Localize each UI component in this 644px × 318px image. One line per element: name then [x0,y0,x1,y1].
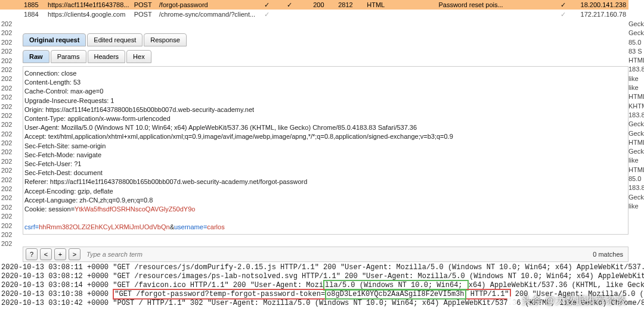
crop-frag: 202 [0,176,22,185]
crop-frag: 202 [0,213,22,222]
crop-frag: 202 [0,139,22,148]
header-line: Sec-Fetch-Dest: document [24,169,627,177]
crop-frag: like [628,157,644,166]
next-button[interactable]: > [69,248,80,260]
param-name: username= [174,223,207,230]
crop-frag: 202 [0,112,22,121]
log-line-highlighted: 2020-10-13 03:10:38 +0000 "GET /forgot-p… [0,290,644,299]
tabs-request: Original request Edited request Response [23,33,644,46]
crop-frag: 183.8 [628,184,644,193]
header-line: Accept-Encoding: gzip, deflate [24,187,627,196]
header-line: Content-Length: 53 [24,78,627,87]
crop-frag: 202 [0,66,22,75]
log-frag: 2020-10-13 03:10:38 +0000 [1,290,113,298]
header-line: Cache-Control: max-age=0 [24,87,627,96]
tab-edited-request[interactable]: Edited request [87,33,143,46]
header-line: Referer: https://acf11f4e1f164378800b165… [24,177,627,186]
crop-frag: 202 [0,204,22,213]
crop-frag: KHTML [628,102,644,111]
ampersand: & [170,223,174,230]
crop-frag: 202 [0,185,22,194]
crop-frag: HTML, [628,166,644,175]
crop-frag: Geck [628,194,644,202]
match-count: 0 matches [593,251,626,258]
req-path: /forgot-password [157,0,262,10]
crop-frag: 202 [0,148,22,157]
request-row-selected[interactable]: 1885 https://acf11f4e1f1643788... POST /… [0,0,628,10]
crop-frag: Geck [628,148,644,157]
crop-frag: 202 [0,158,22,167]
header-line: Upgrade-Insecure-Requests: 1 [24,96,627,105]
request-table: 1885 https://acf11f4e1f1643788... POST /… [0,0,628,19]
add-button[interactable]: + [54,248,66,260]
tab-headers[interactable]: Headers [88,50,126,63]
crop-frag: like [628,75,644,84]
help-button[interactable]: ? [26,248,38,260]
crop-frag: 202 [0,194,22,203]
crop-frag: 183.8 [628,111,644,120]
crop-frag: 85.0 [628,39,644,48]
log-frag: x64) AppleWebKit/537.36 (KHTML, like Gec… [469,281,644,289]
header-line: Sec-Fetch-User: ?1 [24,160,627,169]
crop-frag: Geck [628,130,644,139]
crop-frag: Geck [628,20,644,29]
crop-frag: 202 [0,231,22,240]
param-value: carlos [207,223,224,230]
log-line: 2020-10-13 03:08:12 +0000 "GET /resource… [0,272,644,281]
crop-frag: HTML, [628,139,644,148]
cookie-line: Cookie: session=YtkWa5fhsdfOSRHNscoQAVGl… [24,205,627,214]
param-value: hhRmm382OLZi2EhKCyLXRMiJmUOdVbQn [39,223,169,230]
header-line: Sec-Fetch-Mode: navigate [24,151,627,160]
crop-frag: 202 [0,75,22,84]
tab-params[interactable]: Params [51,50,86,63]
tab-response[interactable]: Response [144,33,187,46]
check-icon: ✓ [284,0,311,10]
crop-frag: 85.0 [628,175,644,184]
crop-frag: 202 [0,57,22,66]
header-line: User-Agent: Mozilla/5.0 (Windows NT 10.0… [24,123,627,132]
req-status: 200 [311,0,336,10]
req-method: POST [132,0,157,10]
raw-request-body[interactable]: Connection: close Content-Length: 53 Cac… [23,66,628,235]
crop-frag: 202 [0,240,22,249]
log-line: 2020-10-13 03:10:42 +0000 "POST / HTTP/1… [0,299,644,308]
req-path: /chrome-sync/command/?client... [157,10,262,19]
right-cropped-column: Geck Geck 85.0 83 S HTML, 183.8 like lik… [628,20,644,211]
crop-frag: Geck [628,29,644,38]
request-row[interactable]: 1884 https://clients4.google.com POST /c… [0,10,628,19]
req-host: https://acf11f4e1f1643788... [45,0,132,10]
header-line: Sec-Fetch-Site: same-origin [24,142,627,151]
req-ip: 172.217.160.78 [572,10,628,19]
req-mime: HTML [364,0,436,10]
search-input[interactable] [83,248,590,260]
cookie-label: Cookie: session= [24,205,75,213]
crop-frag: 202 [0,167,22,176]
tab-hex[interactable]: Hex [126,50,151,63]
check-icon: ✓ [558,10,572,19]
check-icon: ✓ [558,0,572,10]
tab-original-request[interactable]: Original request [23,33,86,46]
highlight-red: "GET /forgot-password?temp-forgot-passwo… [113,289,510,300]
post-body: csrf=hhRmm382OLZi2EhKCyLXRMiJmUOdVbQn&us… [24,223,627,232]
search-bar: ? < + > 0 matches [23,247,628,262]
crop-frag: 83 S [628,48,644,57]
log-frag: "GET /forgot-password?temp-forgot-passwo… [114,290,325,298]
log-line: 2020-10-13 03:08:11 +0000 "GET /resource… [0,263,644,272]
left-cropped-column: 202 202 202 202 202 202 202 202 202 202 … [0,20,22,250]
crop-frag: HTML, [628,93,644,102]
log-frag: HTTP/1.1" [466,290,509,298]
header-line: Origin: https://acf11f4e1f164378800b165b… [24,105,627,114]
req-id: 1885 [21,0,45,10]
req-method: POST [132,10,157,19]
req-host: https://clients4.google.com [45,10,132,19]
header-line: Connection: close [24,69,627,78]
crop-frag: 202 [0,48,22,57]
header-line: Accept-Language: zh-CN,zh;q=0.9,en;q=0.8 [24,196,627,205]
tab-raw[interactable]: Raw [23,50,49,63]
crop-frag: 202 [0,130,22,139]
crop-frag: like [628,84,644,93]
crop-frag: 202 [0,103,22,112]
crop-frag: 202 [0,29,22,38]
req-id: 1884 [21,10,45,19]
prev-button[interactable]: < [40,248,52,260]
